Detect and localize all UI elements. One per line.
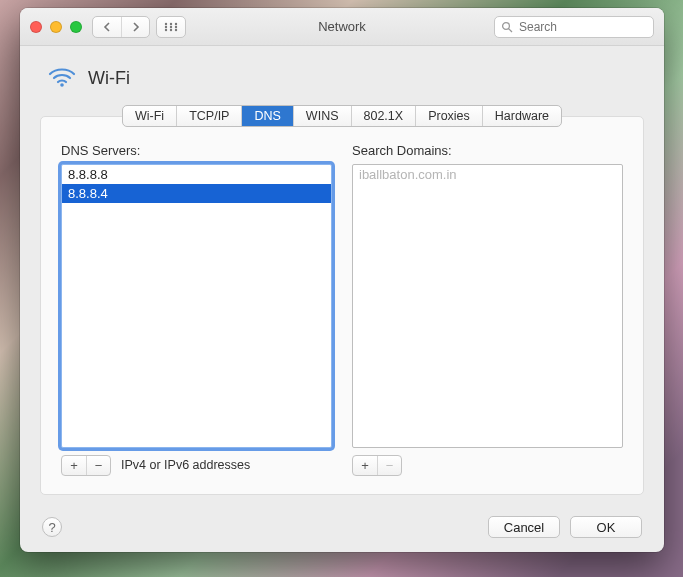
titlebar: Network: [20, 8, 664, 46]
svg-point-5: [175, 25, 177, 27]
tab-tcp-ip[interactable]: TCP/IP: [176, 106, 241, 126]
connection-name: Wi-Fi: [88, 68, 130, 89]
footer: ? Cancel OK: [40, 512, 644, 540]
tab-dns[interactable]: DNS: [241, 106, 292, 126]
search-domains-list[interactable]: iballbaton.com.in: [352, 164, 623, 448]
show-all-button[interactable]: [157, 17, 185, 37]
tab-802-1x[interactable]: 802.1X: [351, 106, 416, 126]
wifi-icon: [48, 66, 76, 91]
dns-server-row[interactable]: 8.8.8.8: [62, 165, 331, 184]
search-icon: [501, 21, 513, 33]
help-button[interactable]: ?: [42, 517, 62, 537]
svg-line-10: [509, 28, 512, 31]
back-button[interactable]: [93, 17, 121, 37]
tab-wi-fi[interactable]: Wi-Fi: [123, 106, 176, 126]
svg-point-9: [503, 22, 510, 29]
dns-add-button[interactable]: +: [62, 456, 86, 475]
search-domains-label: Search Domains:: [352, 143, 623, 158]
domain-add-button[interactable]: +: [353, 456, 377, 475]
ok-button[interactable]: OK: [570, 516, 642, 538]
dns-servers-pm: + −: [61, 455, 111, 476]
tab-hardware[interactable]: Hardware: [482, 106, 561, 126]
svg-point-2: [175, 22, 177, 24]
dns-server-row[interactable]: 8.8.8.4: [62, 184, 331, 203]
dns-servers-list[interactable]: 8.8.8.88.8.8.4: [61, 164, 332, 448]
search-field[interactable]: [494, 16, 654, 38]
search-domains-pm: + −: [352, 455, 402, 476]
tabs: Wi-FiTCP/IPDNSWINS802.1XProxiesHardware: [40, 105, 644, 127]
minimize-window-button[interactable]: [50, 21, 62, 33]
dns-servers-label: DNS Servers:: [61, 143, 332, 158]
dns-hint: IPv4 or IPv6 addresses: [121, 458, 250, 472]
chevron-left-icon: [103, 22, 111, 32]
grid-icon: [164, 22, 178, 32]
search-domains-column: Search Domains: iballbaton.com.in + −: [352, 143, 623, 476]
search-domain-row[interactable]: iballbaton.com.in: [353, 165, 622, 184]
svg-point-7: [170, 28, 172, 30]
svg-point-3: [165, 25, 167, 27]
tab-proxies[interactable]: Proxies: [415, 106, 482, 126]
traffic-lights: [30, 21, 82, 33]
chevron-right-icon: [132, 22, 140, 32]
dns-remove-button[interactable]: −: [86, 456, 110, 475]
forward-button[interactable]: [121, 17, 149, 37]
svg-point-6: [165, 28, 167, 30]
svg-point-11: [60, 83, 64, 87]
nav-segment: [92, 16, 150, 38]
svg-point-8: [175, 28, 177, 30]
svg-point-4: [170, 25, 172, 27]
close-window-button[interactable]: [30, 21, 42, 33]
search-input[interactable]: [517, 19, 647, 35]
tab-wins[interactable]: WINS: [293, 106, 351, 126]
domain-remove-button[interactable]: −: [377, 456, 401, 475]
svg-point-1: [170, 22, 172, 24]
cancel-button[interactable]: Cancel: [488, 516, 560, 538]
zoom-window-button[interactable]: [70, 21, 82, 33]
dns-panel: DNS Servers: 8.8.8.88.8.8.4 + − IPv4 or …: [40, 116, 644, 495]
body: Wi-Fi Wi-FiTCP/IPDNSWINS802.1XProxiesHar…: [20, 46, 664, 552]
dns-servers-column: DNS Servers: 8.8.8.88.8.8.4 + − IPv4 or …: [61, 143, 332, 476]
connection-header: Wi-Fi: [48, 66, 644, 91]
preferences-window: Network Wi-Fi Wi-FiTCP/IPDNSWINS802.1XPr…: [20, 8, 664, 552]
svg-point-0: [165, 22, 167, 24]
show-all-segment: [156, 16, 186, 38]
toolbar-nav: [92, 16, 186, 38]
